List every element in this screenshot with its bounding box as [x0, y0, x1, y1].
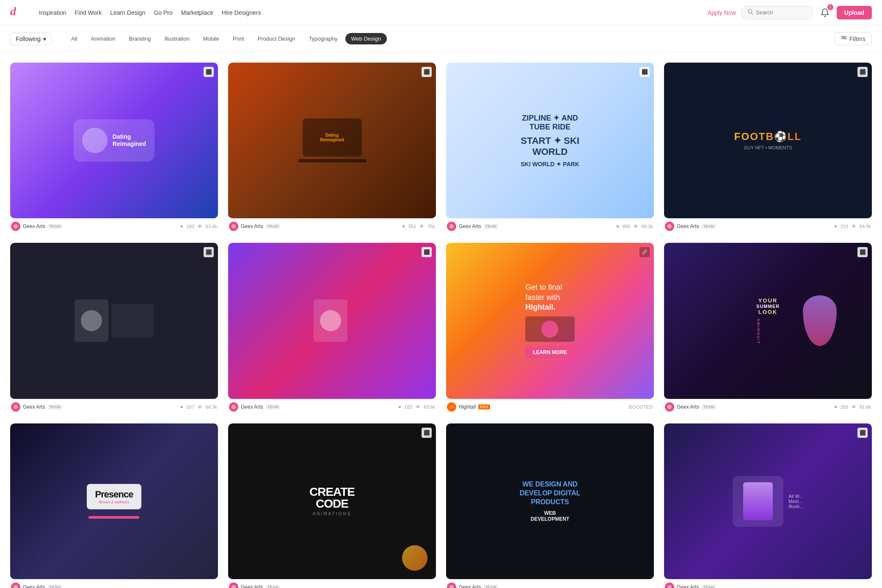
card-2-stats: ♥ 551 👁 76k: [402, 224, 435, 229]
filter-tag-mobile[interactable]: Mobile: [197, 33, 225, 44]
card-2[interactable]: ⬛ DatingReimagined Geex Arts TEAM ♥ 551 …: [228, 63, 436, 233]
author-name: Geex Arts: [459, 223, 481, 229]
notification-icon[interactable]: 3: [818, 6, 832, 19]
team-badge: TEAM: [702, 224, 716, 229]
views-count: 76k: [427, 224, 435, 229]
card-1[interactable]: ⬛ DatingReimagined Geex Arts TEAM ♥ 182 …: [10, 63, 218, 233]
heart-icon: ♥: [180, 224, 183, 229]
header: d Inspiration Find Work Learn Design Go …: [0, 0, 882, 25]
likes-count: 551: [408, 224, 416, 229]
filter-tag-illustration[interactable]: Illustration: [158, 33, 195, 44]
svg-point-17: [667, 585, 672, 588]
search-box[interactable]: [741, 6, 813, 19]
card-11-meta: Geex Arts TEAM: [446, 579, 654, 588]
svg-point-14: [14, 585, 18, 588]
nav-learn-design[interactable]: Learn Design: [110, 9, 145, 16]
card-9-meta: Geex Arts TEAM: [10, 579, 218, 588]
video-icon: ⬛: [204, 67, 214, 77]
svg-point-9: [449, 224, 454, 228]
logo[interactable]: d: [10, 5, 25, 20]
card-10[interactable]: ⬛ CREATECODE ANIMATIONS Geex Arts TEAM: [228, 423, 436, 588]
avatar: [11, 583, 20, 588]
filters-button[interactable]: Filters: [835, 32, 872, 45]
card-3[interactable]: ⬛ ZIPLINE ✦ ANDTUBE RIDE START ✦ SKIWORL…: [446, 63, 654, 233]
filters-label: Filters: [849, 36, 865, 42]
eye-icon: 👁: [634, 224, 638, 229]
svg-point-10: [667, 224, 672, 228]
following-dropdown[interactable]: Following ▾: [10, 33, 52, 45]
svg-line-2: [751, 13, 753, 14]
upload-button[interactable]: Upload: [837, 6, 872, 19]
card-4[interactable]: ⬛ FOOTB⚽LL GUY NFT • MOMENTS Geex Arts T…: [664, 63, 872, 233]
nav-find-work[interactable]: Find Work: [75, 9, 102, 16]
author-name: Geex Arts: [677, 404, 699, 410]
svg-point-8: [232, 224, 236, 228]
author-name: Geex Arts: [459, 584, 481, 588]
nav-hire-designers[interactable]: Hire Designers: [222, 9, 261, 16]
card-5[interactable]: ⬛ Geex Arts TEAM ♥ 207 👁 68.3k: [10, 243, 218, 413]
card-10-image: ⬛ CREATECODE ANIMATIONS: [228, 423, 436, 579]
avatar: [447, 222, 456, 231]
card-6-image: ⬛: [228, 243, 436, 398]
svg-point-5: [842, 36, 843, 38]
card-8[interactable]: ⬛ YOUR SUMMER LOOK SWIMSUIT Geex Arts TE…: [664, 243, 872, 413]
notification-badge: 3: [827, 4, 833, 10]
eye-icon: 👁: [852, 224, 856, 229]
apply-now-button[interactable]: Apply Now: [708, 9, 736, 16]
card-4-meta: Geex Arts TEAM ♥ 210 👁 64.9k: [664, 218, 872, 233]
card-8-image: ⬛ YOUR SUMMER LOOK SWIMSUIT: [664, 243, 872, 398]
card-11[interactable]: WE DESIGN ANDDEVELOP DIGITALPRODUCTS WEB…: [446, 423, 654, 588]
filter-tag-product-design[interactable]: Product Design: [252, 33, 301, 44]
author-name: Geex Arts: [23, 223, 45, 229]
search-input[interactable]: [756, 9, 807, 16]
card-5-stats: ♥ 207 👁 68.3k: [180, 404, 217, 409]
team-badge: TEAM: [266, 404, 280, 409]
filter-icon: [841, 35, 847, 42]
boosted-label: BOOSTED: [629, 404, 653, 409]
card-12-meta: Geex Arts TEAM: [664, 579, 872, 588]
eye-icon: 👁: [852, 404, 856, 409]
card-12-image: ⬛ All W... Medi... Illustr...: [664, 423, 872, 579]
author-name: Hightail: [459, 404, 476, 410]
card-1-image: ⬛ DatingReimagined: [10, 63, 218, 218]
filter-tag-animation[interactable]: Animation: [85, 33, 121, 44]
card-8-meta: Geex Arts TEAM ♥ 293 👁 91.6k: [664, 399, 872, 413]
likes-count: 466: [623, 224, 630, 229]
card-9[interactable]: Presence fitness & wellness Geex Arts TE…: [10, 423, 218, 588]
likes-count: 210: [841, 224, 848, 229]
nav-go-pro[interactable]: Go Pro: [154, 9, 172, 16]
card-9-image: Presence fitness & wellness: [10, 423, 218, 579]
card-6[interactable]: ⬛ Geex Arts TEAM ♥ 182 👁 63.6k: [228, 243, 436, 413]
avatar: [665, 583, 674, 588]
filter-tag-typography[interactable]: Typography: [303, 33, 344, 44]
filter-tag-branding[interactable]: Branding: [123, 33, 157, 44]
filter-tag-all[interactable]: All: [65, 33, 83, 44]
card-12[interactable]: ⬛ All W... Medi... Illustr... Geex Arts: [664, 423, 872, 588]
card-10-meta: Geex Arts TEAM: [228, 579, 436, 588]
card-11-image: WE DESIGN ANDDEVELOP DIGITALPRODUCTS WEB…: [446, 423, 654, 579]
card-3-meta: Geex Arts TEAM ♥ 466 👁 86.3k: [446, 218, 654, 233]
filter-tag-web-design[interactable]: Web Design: [345, 33, 387, 44]
card-7[interactable]: Get to finalfaster withHightail. LEARN M…: [446, 243, 654, 413]
author-name: Geex Arts: [677, 584, 699, 588]
author-name: Geex Arts: [23, 584, 45, 588]
card-2-meta: Geex Arts TEAM ♥ 551 👁 76k: [228, 218, 436, 233]
video-icon: ⬛: [857, 67, 868, 77]
author-name: Geex Arts: [23, 404, 45, 410]
heart-icon: ♥: [180, 404, 183, 409]
views-count: 86.3k: [642, 224, 653, 229]
heart-icon: ♥: [398, 404, 401, 409]
hightail-cta-button[interactable]: LEARN MORE: [525, 346, 575, 359]
card-6-stats: ♥ 182 👁 63.6k: [398, 404, 435, 409]
nav-inspiration[interactable]: Inspiration: [39, 9, 66, 16]
avatar: [229, 222, 238, 231]
chevron-down-icon: ▾: [43, 36, 46, 42]
svg-point-6: [844, 38, 846, 39]
main-nav: Inspiration Find Work Learn Design Go Pr…: [39, 9, 699, 16]
card-7-stats: BOOSTED: [629, 404, 653, 409]
video-icon: ⬛: [422, 428, 432, 438]
filter-tag-print[interactable]: Print: [227, 33, 250, 44]
team-badge: TEAM: [48, 404, 62, 409]
nav-marketplace[interactable]: Marketplace: [181, 9, 213, 16]
heart-icon: ♥: [834, 224, 837, 229]
